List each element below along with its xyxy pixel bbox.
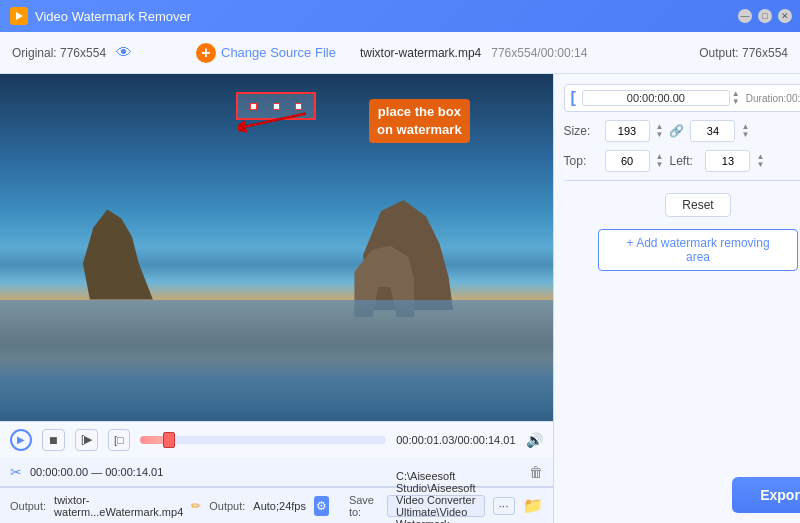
- frame-forward-button[interactable]: [▶: [75, 429, 98, 451]
- place-box-line1: place the box: [378, 104, 461, 119]
- add-watermark-button[interactable]: + Add watermark removing area: [598, 229, 798, 271]
- output-label-right: Output:: [209, 500, 245, 512]
- delete-icon[interactable]: 🗑: [529, 464, 543, 480]
- time-range-row: [ ▲ ▼ Duration:00:00:14.01 ▲ ▼ ]: [564, 84, 800, 112]
- output-label-left: Output:: [10, 500, 46, 512]
- toolbar: Original: 776x554 👁 + Change Source File…: [0, 32, 800, 74]
- right-controls: [ ▲ ▼ Duration:00:00:14.01 ▲ ▼ ]: [564, 84, 800, 513]
- app-icon: [10, 7, 28, 25]
- time-display: 00:00:01.03/00:00:14.01: [396, 434, 515, 446]
- watermark-selection-box[interactable]: [236, 92, 316, 120]
- minimize-button[interactable]: —: [738, 9, 752, 23]
- file-name: twixtor-watermark.mp4: [360, 46, 481, 60]
- output-resolution: Output: 776x554: [699, 46, 788, 60]
- original-resolution: Original: 776x554: [12, 46, 106, 60]
- reset-row: Reset: [564, 193, 800, 217]
- close-button[interactable]: ✕: [778, 9, 792, 23]
- output-file: twixtor-waterm...eWatermark.mp4: [54, 494, 183, 518]
- top-input[interactable]: [605, 150, 650, 172]
- handle-tc[interactable]: [273, 103, 280, 110]
- folder-icon[interactable]: 📁: [523, 496, 543, 515]
- maximize-button[interactable]: □: [758, 9, 772, 23]
- add-watermark-row: + Add watermark removing area: [564, 229, 800, 271]
- change-source-button[interactable]: + Change Source File: [188, 39, 344, 67]
- settings-icon[interactable]: ⚙: [314, 496, 329, 516]
- top-spinner: ▲ ▼: [656, 153, 664, 169]
- more-options-button[interactable]: ···: [493, 497, 515, 515]
- size-row: Size: ▲ ▼ 🔗 ▲ ▼: [564, 120, 800, 142]
- app-title: Video Watermark Remover: [35, 9, 191, 24]
- size-width-input[interactable]: [605, 120, 650, 142]
- save-path: C:\Aiseesoft Studio\Aiseesoft Video Conv…: [387, 495, 485, 517]
- export-row: Export: [564, 469, 800, 513]
- top-label: Top:: [564, 154, 599, 168]
- place-box-line2: on watermark: [377, 122, 462, 137]
- handle-tr[interactable]: [295, 103, 302, 110]
- left-input[interactable]: [705, 150, 750, 172]
- top-down[interactable]: ▼: [656, 161, 664, 169]
- size-height-input[interactable]: [690, 120, 735, 142]
- water-reflection: [0, 300, 553, 421]
- size-w-down[interactable]: ▼: [656, 131, 664, 139]
- clip-button[interactable]: [□: [108, 429, 130, 451]
- size-label: Size:: [564, 124, 599, 138]
- bracket-left: [: [571, 89, 576, 107]
- play-button[interactable]: ▶: [10, 429, 32, 451]
- progress-bar[interactable]: [140, 436, 386, 444]
- title-bar: Video Watermark Remover — □ ✕: [0, 0, 800, 32]
- left-label: Left:: [669, 154, 699, 168]
- handle-tl[interactable]: [250, 103, 257, 110]
- save-to-label: Save to:: [349, 494, 379, 518]
- toolbar-left: Original: 776x554 👁: [12, 44, 172, 62]
- size-h-spinner: ▲ ▼: [741, 123, 749, 139]
- video-background: place the box on watermark: [0, 74, 553, 421]
- duration-label: Duration:00:00:14.01: [746, 93, 800, 104]
- output-settings: Auto;24fps: [253, 500, 306, 512]
- size-w-spinner: ▲ ▼: [656, 123, 664, 139]
- place-box-label: place the box on watermark: [369, 99, 470, 143]
- left-down[interactable]: ▼: [756, 161, 764, 169]
- right-panel: [ ▲ ▼ Duration:00:00:14.01 ▲ ▼ ]: [553, 74, 800, 523]
- start-time-down[interactable]: ▼: [732, 98, 740, 106]
- link-icon: 🔗: [669, 124, 684, 138]
- edit-icon[interactable]: ✏: [191, 499, 201, 513]
- change-source-label: Change Source File: [221, 45, 336, 60]
- left-panel: place the box on watermark ▶ ⏹ [▶ [□ 00:…: [0, 74, 553, 523]
- controls-bar: ▶ ⏹ [▶ [□ 00:00:01.03/00:00:14.01 🔊: [0, 421, 553, 457]
- volume-icon[interactable]: 🔊: [526, 432, 543, 448]
- file-info: 776x554/00:00:14: [491, 46, 587, 60]
- video-container[interactable]: place the box on watermark: [0, 74, 553, 421]
- start-time-input[interactable]: [582, 90, 730, 106]
- export-button[interactable]: Export: [732, 477, 800, 513]
- toolbar-center: twixtor-watermark.mp4 776x554/00:00:14: [360, 46, 683, 60]
- rock-left: [83, 210, 153, 300]
- size-h-down[interactable]: ▼: [741, 131, 749, 139]
- scissors-icon: ✂: [10, 464, 22, 480]
- start-time-spinner: ▲ ▼: [732, 90, 740, 106]
- start-time-group: ▲ ▼: [582, 90, 740, 106]
- position-row: Top: ▲ ▼ Left: ▲ ▼: [564, 150, 800, 172]
- plus-circle-icon: +: [196, 43, 216, 63]
- bottom-bar: Output: twixtor-waterm...eWatermark.mp4 …: [0, 487, 553, 523]
- progress-thumb[interactable]: [163, 432, 175, 448]
- main-area: place the box on watermark ▶ ⏹ [▶ [□ 00:…: [0, 74, 800, 523]
- left-spinner: ▲ ▼: [756, 153, 764, 169]
- window-controls: — □ ✕: [738, 9, 792, 23]
- svg-marker-1: [16, 12, 23, 20]
- eye-button[interactable]: 👁: [116, 44, 132, 62]
- separator: [564, 180, 800, 181]
- stop-button[interactable]: ⏹: [42, 429, 65, 451]
- reset-button[interactable]: Reset: [665, 193, 730, 217]
